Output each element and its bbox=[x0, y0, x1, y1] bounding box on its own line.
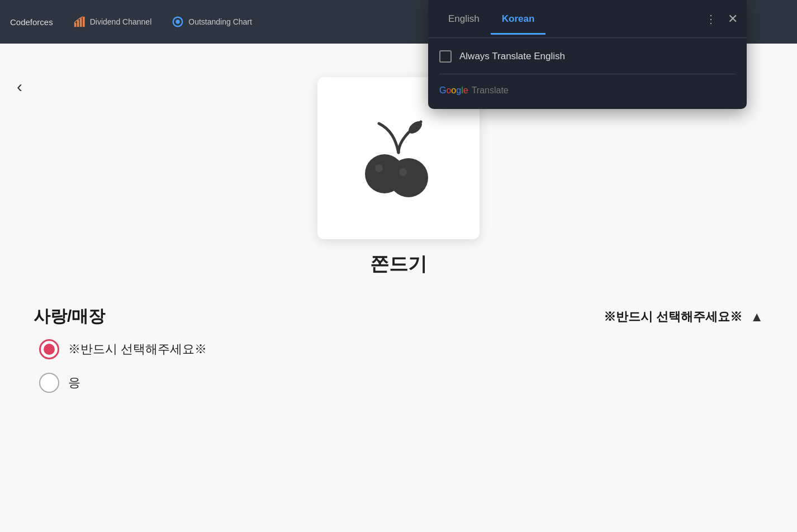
cherry-illustration bbox=[348, 108, 449, 208]
outstanding-label: Outstanding Chart bbox=[188, 17, 252, 26]
required-label: ※반드시 선택해주세요※ bbox=[604, 308, 742, 325]
more-options-button[interactable]: ⋮ bbox=[705, 12, 718, 26]
codeforces-label: Codeforces bbox=[10, 17, 53, 27]
tab-codeforces[interactable]: Codeforces bbox=[0, 0, 63, 44]
translate-body: Always Translate English Google Translat… bbox=[428, 38, 747, 109]
option-item-2[interactable]: 응 bbox=[39, 373, 763, 393]
close-button[interactable]: ✕ bbox=[728, 12, 738, 26]
translate-header: English Korean ⋮ ✕ bbox=[428, 0, 747, 38]
option-label-1: ※반드시 선택해주세요※ bbox=[68, 341, 207, 358]
category-name: 사랑/매장 bbox=[34, 305, 105, 328]
main-content: ‹ 쫀드기 사랑/매장 bbox=[0, 44, 797, 532]
svg-rect-0 bbox=[74, 23, 77, 27]
category-right: ※반드시 선택해주세요※ ▲ bbox=[604, 308, 763, 325]
dividend-label: Dividend Channel bbox=[90, 17, 152, 26]
option-label-2: 응 bbox=[68, 374, 80, 391]
g-red2: e bbox=[463, 86, 468, 95]
lang-tab-english[interactable]: English bbox=[437, 9, 491, 29]
chart-bar-icon bbox=[73, 16, 86, 28]
g-blue: G bbox=[439, 86, 446, 95]
translate-text: Translate bbox=[472, 86, 509, 96]
radio-selected-icon[interactable] bbox=[39, 339, 59, 359]
back-button[interactable]: ‹ bbox=[17, 77, 22, 96]
translate-divider bbox=[439, 74, 736, 74]
svg-rect-3 bbox=[83, 17, 85, 27]
lang-tab-korean[interactable]: Korean bbox=[491, 9, 546, 29]
circle-o-icon bbox=[172, 16, 184, 28]
always-translate-label: Always Translate English bbox=[459, 51, 565, 62]
bottom-section: 사랑/매장 ※반드시 선택해주세요※ ▲ ※반드시 선택해주세요※ 응 bbox=[0, 305, 797, 393]
google-brand-text: Google bbox=[439, 86, 468, 96]
svg-point-5 bbox=[176, 20, 180, 23]
g-blue2: g bbox=[456, 86, 461, 95]
options-list: ※반드시 선택해주세요※ 응 bbox=[34, 339, 763, 393]
svg-rect-2 bbox=[80, 18, 82, 27]
svg-point-8 bbox=[389, 158, 428, 197]
translate-header-right: ⋮ ✕ bbox=[705, 12, 738, 26]
svg-point-10 bbox=[399, 168, 407, 176]
radio-unselected-icon[interactable] bbox=[39, 373, 59, 393]
svg-rect-1 bbox=[77, 20, 79, 27]
tab-outstanding[interactable]: Outstanding Chart bbox=[162, 0, 262, 44]
always-translate-row: Always Translate English bbox=[439, 48, 736, 65]
google-translate-row: Google Translate bbox=[439, 83, 736, 99]
card-label: 쫀드기 bbox=[370, 251, 427, 277]
category-row: 사랑/매장 ※반드시 선택해주세요※ ▲ bbox=[34, 305, 763, 328]
tab-dividend[interactable]: Dividend Channel bbox=[63, 0, 162, 44]
g-yellow: o bbox=[451, 86, 456, 95]
chevron-up-icon[interactable]: ▲ bbox=[750, 309, 763, 325]
svg-point-9 bbox=[375, 164, 383, 172]
always-translate-checkbox[interactable] bbox=[439, 50, 452, 63]
option-item-1[interactable]: ※반드시 선택해주세요※ bbox=[39, 339, 763, 359]
translate-popup: English Korean ⋮ ✕ Always Translate Engl… bbox=[428, 0, 747, 109]
